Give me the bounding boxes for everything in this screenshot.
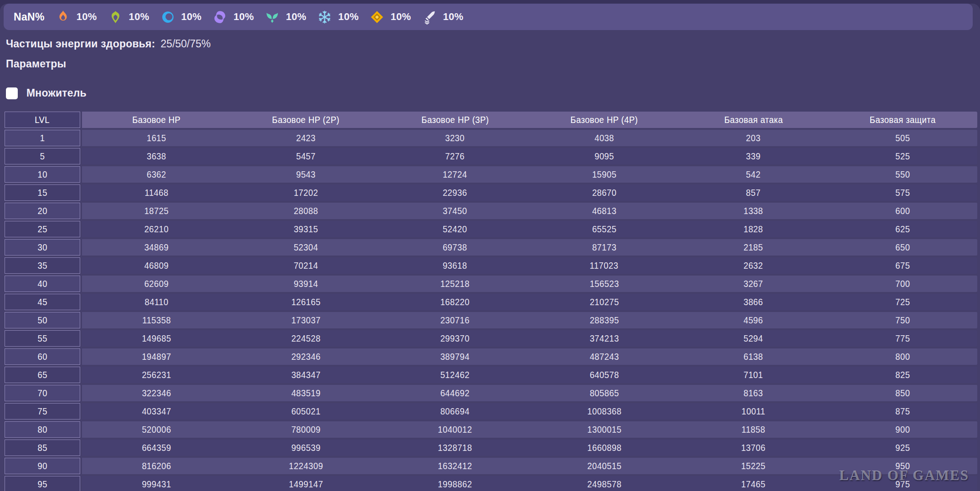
stat-cell: 1224309 bbox=[231, 460, 381, 471]
element-item-hydro[interactable]: 10% bbox=[160, 10, 202, 25]
lvl-cell: 60 bbox=[5, 348, 80, 365]
stat-cell: 210275 bbox=[530, 297, 679, 307]
stat-cell: 996539 bbox=[231, 442, 381, 453]
multiplier-label: Множитель bbox=[26, 87, 87, 99]
table-row: 30348695230469738871732185650 bbox=[5, 239, 977, 256]
element-item-electro[interactable]: 10% bbox=[212, 10, 254, 25]
stat-cell: 550 bbox=[828, 169, 978, 180]
physical-percent: 10% bbox=[443, 11, 463, 23]
lvl-cell: 45 bbox=[5, 294, 80, 310]
element-item-dendro[interactable]: 10% bbox=[108, 10, 149, 25]
stat-cell: 22936 bbox=[380, 187, 530, 198]
stats-table: LVL Базовое HP Базовое HP (2P) Базовое H… bbox=[5, 112, 977, 491]
stat-cell: 384347 bbox=[231, 369, 381, 380]
lvl-cell: 65 bbox=[5, 367, 80, 383]
lvl-cell: 15 bbox=[5, 184, 80, 201]
stat-cell: 10011 bbox=[679, 406, 828, 417]
dendro-percent: 10% bbox=[129, 11, 149, 23]
electro-icon bbox=[212, 10, 227, 25]
stat-cell: 6138 bbox=[679, 351, 828, 362]
dendro-icon bbox=[108, 10, 123, 25]
lvl-cell: 95 bbox=[5, 476, 80, 491]
element-item-physical[interactable]: 10% bbox=[422, 10, 463, 25]
column-header-base-hp-2p: Базовое HP (2P) bbox=[231, 114, 381, 125]
stat-cell: 650 bbox=[828, 242, 978, 253]
page-background: NaN% 10% 10% 10% 10% bbox=[0, 4, 980, 491]
stat-cell: 9543 bbox=[231, 169, 381, 180]
multiplier-checkbox[interactable] bbox=[6, 87, 18, 99]
table-row: 11615242332304038203505 bbox=[5, 130, 977, 146]
lvl-cell: 35 bbox=[5, 257, 80, 274]
element-bar: NaN% 10% 10% 10% 10% bbox=[4, 4, 973, 30]
stat-cell: 299370 bbox=[380, 333, 530, 344]
stat-cell: 224528 bbox=[231, 333, 381, 344]
stat-cell: 34869 bbox=[82, 242, 231, 253]
stat-cell: 750 bbox=[828, 315, 978, 326]
stat-cell: 46809 bbox=[82, 260, 231, 271]
stat-cell: 4038 bbox=[530, 133, 679, 143]
table-row: 1511468172022293628670857575 bbox=[5, 184, 977, 201]
stat-cell: 339 bbox=[679, 151, 828, 162]
stat-cell: 84110 bbox=[82, 297, 231, 307]
pyro-icon bbox=[56, 10, 71, 25]
stat-cell: 3638 bbox=[82, 151, 231, 162]
stat-cell: 149685 bbox=[82, 333, 231, 344]
stat-cell: 900 bbox=[828, 424, 978, 435]
stat-cell: 403347 bbox=[82, 406, 231, 417]
pyro-percent: 10% bbox=[77, 11, 97, 23]
lvl-cell: 25 bbox=[5, 221, 80, 237]
stat-cell: 512462 bbox=[380, 369, 530, 380]
table-row: 53638545772769095339525 bbox=[5, 148, 977, 164]
stat-cell: 52420 bbox=[380, 224, 530, 235]
stat-cell: 700 bbox=[828, 278, 978, 289]
table-header-row: LVL Базовое HP Базовое HP (2P) Базовое H… bbox=[5, 112, 977, 128]
element-item-cryo[interactable]: 10% bbox=[317, 10, 359, 25]
element-item-anemo[interactable]: 10% bbox=[265, 10, 306, 25]
table-row: 601948972923463897944872436138800 bbox=[5, 348, 977, 365]
stat-cell: 857 bbox=[679, 187, 828, 198]
stat-cell: 3866 bbox=[679, 297, 828, 307]
stat-cell: 725 bbox=[828, 297, 978, 307]
element-item-geo[interactable]: 10% bbox=[369, 10, 411, 25]
element-item-pyro[interactable]: 10% bbox=[56, 10, 97, 25]
stat-cell: 322346 bbox=[82, 388, 231, 399]
lvl-cell: 1 bbox=[5, 130, 80, 146]
watermark: LAND OF GAMES bbox=[839, 467, 969, 484]
table-row: 10636295431272415905542550 bbox=[5, 166, 977, 183]
stat-cell: 1660898 bbox=[530, 442, 679, 453]
table-row: 4062609939141252181565233267700 bbox=[5, 276, 977, 292]
hydro-percent: 10% bbox=[181, 11, 202, 23]
stat-cell: 9095 bbox=[530, 151, 679, 162]
stat-cell: 483519 bbox=[231, 388, 381, 399]
stat-cell: 292346 bbox=[231, 351, 381, 362]
lvl-cell: 80 bbox=[5, 421, 80, 438]
stat-cell: 780009 bbox=[231, 424, 381, 435]
stat-cell: 11858 bbox=[679, 424, 828, 435]
data-column-headers: Базовое HP Базовое HP (2P) Базовое HP (3… bbox=[82, 112, 977, 128]
stat-cell: 28088 bbox=[231, 205, 381, 216]
column-header-base-hp-4p: Базовое HP (4P) bbox=[530, 114, 679, 125]
stat-cell: 2498578 bbox=[530, 479, 679, 490]
stat-cell: 15225 bbox=[679, 460, 828, 471]
stat-cell: 7276 bbox=[380, 151, 530, 162]
electro-percent: 10% bbox=[233, 11, 254, 23]
energy-particles-line: Частицы энергии здоровья: 25/50/75% bbox=[6, 38, 211, 50]
geo-percent: 10% bbox=[390, 11, 411, 23]
table-row: 20187252808837450468131338600 bbox=[5, 203, 977, 219]
stat-cell: 17202 bbox=[231, 187, 381, 198]
lvl-cell: 75 bbox=[5, 403, 80, 419]
lvl-cell: 30 bbox=[5, 239, 80, 256]
cryo-percent: 10% bbox=[338, 11, 359, 23]
column-header-base-def: Базовая защита bbox=[828, 114, 978, 125]
stat-cell: 93618 bbox=[380, 260, 530, 271]
stat-cell: 11468 bbox=[82, 187, 231, 198]
lvl-cell: 55 bbox=[5, 330, 80, 347]
stat-cell: 6362 bbox=[82, 169, 231, 180]
stat-cell: 775 bbox=[828, 333, 978, 344]
energy-particles-value: 25/50/75% bbox=[161, 38, 211, 50]
column-header-base-hp-3p: Базовое HP (3P) bbox=[380, 114, 530, 125]
stat-cell: 194897 bbox=[82, 351, 231, 362]
table-row: 805200067800091040012130001511858900 bbox=[5, 421, 977, 438]
stat-cell: 26210 bbox=[82, 224, 231, 235]
stat-cell: 1828 bbox=[679, 224, 828, 235]
